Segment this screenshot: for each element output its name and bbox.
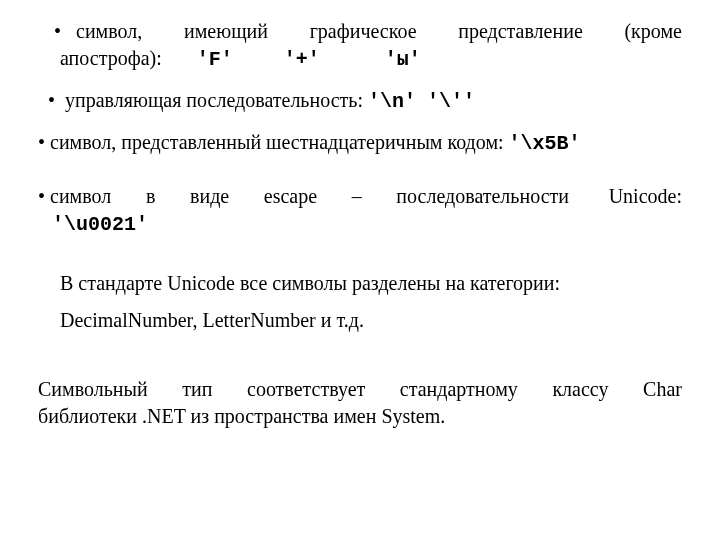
text: классу [552, 376, 608, 403]
text: апострофа): [60, 47, 162, 69]
text: символ [50, 185, 111, 207]
text: тип [182, 376, 212, 403]
code-literal: '\u0021' [52, 213, 148, 236]
text: Символьный [38, 376, 148, 403]
text-line: В стандарте Unicode все символы разделен… [60, 270, 682, 297]
text: графическое [316, 18, 417, 45]
text: (кроме [630, 18, 682, 45]
text: в [146, 183, 155, 210]
bullet-line2: '\u0021' [38, 210, 682, 238]
bullet-marker: • [54, 20, 61, 42]
bullet-hex-code: • символ, представленный шестнадцатеричн… [38, 129, 682, 157]
text: представление [464, 18, 583, 45]
footer-line2: библиотеки .NET из пространства имен Sys… [38, 403, 682, 430]
text-line: DecimalNumber, LetterNumber и т.д. [60, 307, 682, 334]
bullet-line1: • символ, имеющий графическое представле… [60, 18, 682, 45]
text: Unicode: [609, 185, 682, 207]
text: Char [643, 376, 682, 403]
bullet-graphic-symbol: • символ, имеющий графическое представле… [38, 18, 682, 73]
code-literal: 'F' [197, 48, 233, 71]
bullet-marker: • [38, 185, 45, 207]
text: escape [264, 183, 317, 210]
text: символ, представленный шестнадцатеричным… [50, 131, 504, 153]
code-literal: '+' [284, 48, 320, 71]
text: управляющая последовательность: [65, 89, 363, 111]
unicode-categories-block: В стандарте Unicode все символы разделен… [38, 270, 682, 334]
bullet-line1: • символ в виде escape – последовательно… [38, 183, 682, 210]
text: имеющий [190, 18, 268, 45]
text: стандартному [400, 376, 518, 403]
code-literal: '\n' [368, 90, 416, 113]
text: символ, [76, 20, 142, 42]
code-literal: '\'' [427, 90, 475, 113]
bullet-marker: • [38, 131, 45, 153]
bullet-line2: апострофа): 'F' '+' 'ы' [60, 45, 682, 73]
text: виде [190, 183, 229, 210]
bullet-unicode-escape: • символ в виде escape – последовательно… [38, 183, 682, 238]
text: – [352, 183, 362, 210]
code-literal: 'ы' [385, 48, 421, 71]
code-literal: '\x5B' [509, 132, 581, 155]
bullet-marker: • [48, 89, 55, 111]
bullet-escape-sequence: • управляющая последовательность: '\n' '… [38, 87, 682, 115]
footer-paragraph: Символьный тип соответствует стандартном… [38, 376, 682, 430]
text: последовательности [396, 183, 569, 210]
slide-page: • символ, имеющий графическое представле… [0, 0, 720, 540]
text: соответствует [247, 376, 365, 403]
footer-line1: Символьный тип соответствует стандартном… [38, 376, 682, 403]
